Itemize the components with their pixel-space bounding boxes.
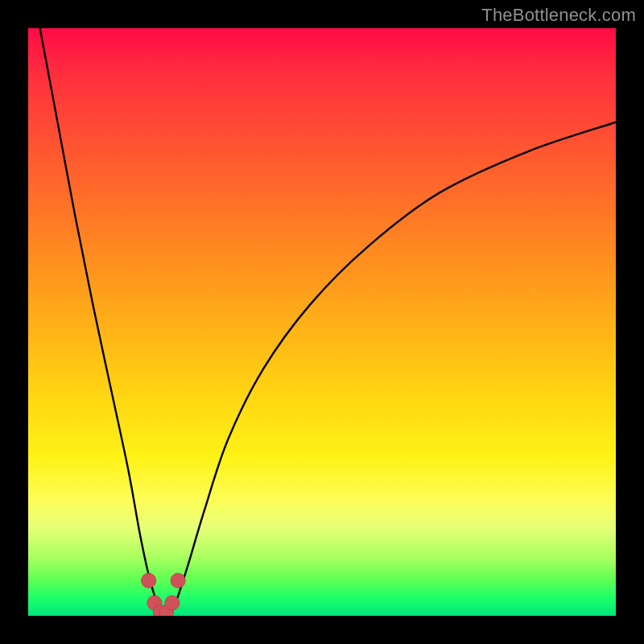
chart-frame: TheBottleneck.com <box>0 0 644 644</box>
trough-marker <box>159 605 174 616</box>
trough-marker <box>153 605 167 616</box>
plot-area <box>28 28 616 616</box>
watermark-text: TheBottleneck.com <box>481 5 636 26</box>
trough-marker <box>147 596 162 610</box>
trough-marker <box>142 573 156 588</box>
trough-marker <box>171 573 185 588</box>
bottleneck-curve <box>40 28 616 614</box>
trough-markers <box>142 573 186 616</box>
curve-layer <box>28 28 616 616</box>
trough-marker <box>165 596 180 610</box>
